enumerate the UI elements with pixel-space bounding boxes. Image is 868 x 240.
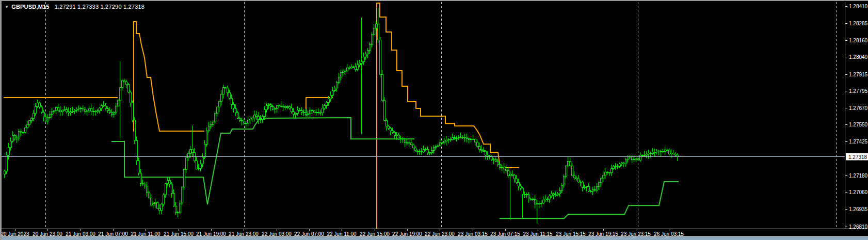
time-axis[interactable]: 20 Jun 202320 Jun 23:0021 Jun 03:0021 Ju… bbox=[2, 229, 684, 237]
svg-text:1.27425: 1.27425 bbox=[849, 139, 868, 145]
ohlc-high: 1.27333 bbox=[77, 4, 99, 10]
svg-text:1.28410: 1.28410 bbox=[849, 4, 868, 9]
svg-text:1.26810: 1.26810 bbox=[849, 224, 868, 230]
price-axis[interactable]: 1.284101.282851.281601.280401.279151.277… bbox=[845, 4, 868, 230]
bid-price-tag: 1.27318 bbox=[846, 153, 868, 161]
ohlc-low: 1.27290 bbox=[101, 4, 122, 10]
chart-plot-area[interactable]: 1.284101.282851.281601.280401.279151.277… bbox=[2, 1, 868, 237]
svg-text:1.26935: 1.26935 bbox=[849, 206, 868, 212]
window-bottom-edge bbox=[2, 236, 868, 240]
symbol-dropdown-icon: ▼ bbox=[5, 5, 9, 9]
candlestick-chart[interactable]: 1.284101.282851.281601.280401.279151.277… bbox=[2, 1, 868, 237]
svg-text:1.28040: 1.28040 bbox=[849, 54, 868, 60]
day-separator-lines bbox=[46, 2, 837, 229]
svg-text:1.27670: 1.27670 bbox=[849, 105, 868, 111]
svg-text:1.27060: 1.27060 bbox=[849, 189, 868, 195]
ohlc-close: 1.27318 bbox=[123, 4, 144, 10]
svg-text:1.27550: 1.27550 bbox=[849, 122, 868, 127]
svg-text:1.27318: 1.27318 bbox=[848, 154, 867, 160]
svg-text:1.27795: 1.27795 bbox=[849, 88, 868, 94]
candles-layer bbox=[4, 8, 678, 224]
svg-text:1.28285: 1.28285 bbox=[849, 21, 868, 26]
svg-text:1.27180: 1.27180 bbox=[849, 173, 868, 179]
svg-text:1.27915: 1.27915 bbox=[849, 72, 868, 77]
ohlc-open: 1.27291 bbox=[55, 4, 76, 10]
symbol-label: GBPUSD,M15 bbox=[11, 4, 50, 10]
symbol-ohlc-label: ▼GBPUSD,M151.27291 1.27333 1.27290 1.273… bbox=[5, 4, 144, 10]
svg-text:1.28160: 1.28160 bbox=[849, 38, 868, 43]
mt4-chart-window: 1.284101.282851.281601.280401.279151.277… bbox=[0, 0, 868, 240]
